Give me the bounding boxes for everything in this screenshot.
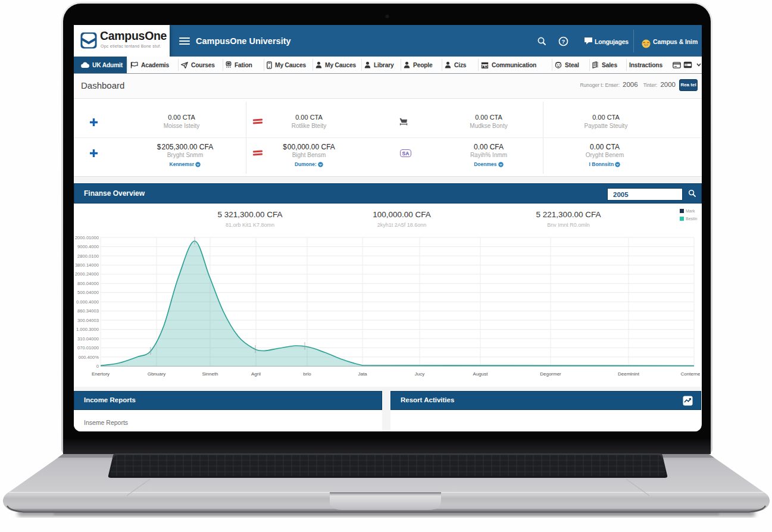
svg-text:1.000.3000: 1.000.3000 xyxy=(76,327,99,332)
svg-text:Jata: Jata xyxy=(358,371,367,377)
svg-text:Jucy: Jucy xyxy=(415,371,424,377)
svg-text:Deemlnint: Deemlnint xyxy=(618,371,640,377)
svg-text:000.400%: 000.400% xyxy=(79,355,99,360)
svg-text:Conterne: Conterne xyxy=(681,371,701,377)
svg-text:3800.14000: 3800.14000 xyxy=(75,262,99,268)
svg-text:2000.24000: 2000.24000 xyxy=(75,271,99,277)
svg-text:Gbnuary: Gbnuary xyxy=(148,371,166,377)
svg-text:800.04000: 800.04000 xyxy=(77,281,99,286)
svg-text:860.34003: 860.34003 xyxy=(77,308,99,314)
svg-text:300.04003: 300.04003 xyxy=(77,318,99,323)
svg-text:310.04000: 310.04000 xyxy=(77,336,99,342)
svg-text:0.000.4000: 0.000.4000 xyxy=(76,299,99,305)
svg-text:9000.4000: 9000.4000 xyxy=(77,244,99,249)
svg-text:2800.0100: 2800.0100 xyxy=(77,254,99,259)
svg-text:brlo: brlo xyxy=(303,371,311,377)
svg-text:0: 0 xyxy=(96,364,99,369)
svg-text:070.01000: 070.01000 xyxy=(77,345,99,351)
svg-text:500.04000: 500.04000 xyxy=(77,290,99,295)
svg-text:2000.01000: 2000.01000 xyxy=(75,235,99,240)
svg-text:Enertory: Enertory xyxy=(92,371,110,377)
svg-text:Agril: Agril xyxy=(251,371,261,377)
svg-text:?: ? xyxy=(562,38,565,45)
svg-text:August: August xyxy=(473,371,489,377)
svg-text:Degormer: Degormer xyxy=(540,371,561,377)
svg-text:Sinneth: Sinneth xyxy=(202,371,218,377)
